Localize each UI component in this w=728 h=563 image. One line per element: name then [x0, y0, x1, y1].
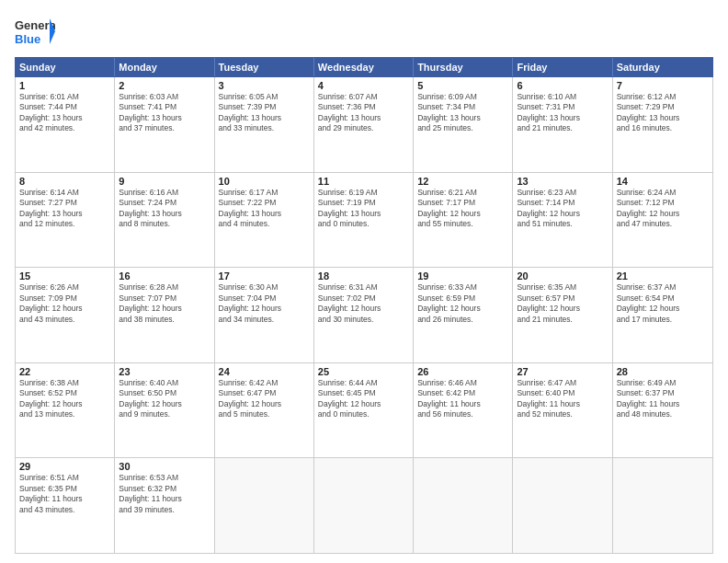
cell-info-line: Daylight: 13 hours	[417, 113, 508, 123]
cell-info-line: Sunrise: 6:38 AM	[19, 378, 110, 388]
cell-info-line: Sunrise: 6:26 AM	[19, 282, 110, 293]
day-number: 23	[119, 366, 210, 377]
cell-info-line: and 33 minutes.	[219, 123, 310, 133]
header-day-saturday: Saturday	[613, 58, 712, 76]
cell-info-line: and 17 minutes.	[617, 315, 709, 325]
cell-info-line: and 16 minutes.	[617, 123, 709, 133]
cal-cell-1-7: 7Sunrise: 6:12 AMSunset: 7:29 PMDaylight…	[613, 77, 712, 172]
cell-info-line: Sunset: 7:24 PM	[119, 198, 210, 208]
day-number: 4	[318, 80, 409, 91]
cal-cell-4-6: 27Sunrise: 6:47 AMSunset: 6:40 PMDayligh…	[513, 363, 612, 458]
cal-cell-4-2: 23Sunrise: 6:40 AMSunset: 6:50 PMDayligh…	[115, 363, 214, 458]
day-number: 1	[19, 80, 110, 91]
day-number: 30	[119, 461, 210, 472]
cell-info-line: and 26 minutes.	[417, 315, 508, 325]
cell-info-line: Daylight: 12 hours	[517, 304, 608, 314]
cell-info-line: and 55 minutes.	[417, 219, 508, 229]
cell-info-line: Sunrise: 6:28 AM	[119, 282, 210, 293]
cal-cell-3-4: 18Sunrise: 6:31 AMSunset: 7:02 PMDayligh…	[314, 268, 414, 362]
cal-cell-1-5: 5Sunrise: 6:09 AMSunset: 7:34 PMDaylight…	[414, 77, 513, 172]
logo-svg: General Blue	[15, 15, 55, 48]
cell-info-line: and 52 minutes.	[517, 409, 608, 419]
day-number: 18	[318, 270, 409, 282]
cell-info-line: Sunrise: 6:09 AM	[417, 92, 508, 102]
cell-info-line: Sunset: 6:57 PM	[517, 293, 608, 304]
calendar-body: 1Sunrise: 6:01 AMSunset: 7:44 PMDaylight…	[15, 77, 713, 554]
cal-cell-5-1: 29Sunrise: 6:51 AMSunset: 6:35 PMDayligh…	[16, 458, 115, 553]
cell-info-line: and 29 minutes.	[318, 123, 409, 133]
cal-cell-1-1: 1Sunrise: 6:01 AMSunset: 7:44 PMDaylight…	[16, 77, 115, 172]
cell-info-line: Daylight: 13 hours	[318, 209, 409, 219]
cell-info-line: and 56 minutes.	[417, 409, 508, 419]
cal-cell-2-1: 8Sunrise: 6:14 AMSunset: 7:27 PMDaylight…	[16, 173, 115, 268]
cell-info-line: Sunrise: 6:49 AM	[617, 378, 709, 388]
day-number: 8	[19, 176, 110, 187]
cell-info-line: Sunset: 6:59 PM	[417, 293, 508, 304]
cell-info-line: Sunset: 6:47 PM	[219, 388, 310, 398]
cell-info-line: and 21 minutes.	[517, 315, 608, 325]
cell-info-line: Sunrise: 6:17 AM	[219, 188, 310, 198]
cell-info-line: and 51 minutes.	[517, 219, 608, 229]
cell-info-line: and 12 minutes.	[19, 219, 110, 229]
cell-info-line: Sunrise: 6:53 AM	[119, 473, 210, 483]
cell-info-line: Sunrise: 6:10 AM	[517, 92, 608, 102]
day-number: 15	[19, 270, 110, 282]
header-day-monday: Monday	[115, 58, 214, 76]
cal-cell-2-5: 12Sunrise: 6:21 AMSunset: 7:17 PMDayligh…	[414, 173, 513, 268]
cell-info-line: and 42 minutes.	[19, 123, 110, 133]
cell-info-line: Daylight: 12 hours	[19, 304, 110, 314]
cell-info-line: Sunrise: 6:19 AM	[318, 188, 409, 198]
day-number: 21	[617, 270, 709, 282]
cell-info-line: Sunrise: 6:46 AM	[417, 378, 508, 388]
cell-info-line: Sunset: 6:32 PM	[119, 484, 210, 494]
cell-info-line: Daylight: 11 hours	[119, 494, 210, 504]
day-number: 5	[417, 80, 508, 91]
cell-info-line: Sunrise: 6:03 AM	[119, 92, 210, 102]
day-number: 16	[119, 270, 210, 282]
header-day-sunday: Sunday	[16, 58, 115, 76]
cell-info-line: Daylight: 12 hours	[517, 209, 608, 219]
cal-cell-3-7: 21Sunrise: 6:37 AMSunset: 6:54 PMDayligh…	[613, 268, 712, 362]
cell-info-line: Daylight: 11 hours	[417, 399, 508, 409]
cell-info-line: Sunrise: 6:01 AM	[19, 92, 110, 102]
cell-info-line: and 25 minutes.	[417, 123, 508, 133]
day-number: 20	[517, 270, 608, 282]
cell-info-line: Sunrise: 6:14 AM	[19, 188, 110, 198]
day-number: 17	[219, 270, 310, 282]
cell-info-line: Daylight: 11 hours	[19, 494, 110, 504]
cal-cell-5-5	[414, 458, 513, 553]
cal-cell-2-4: 11Sunrise: 6:19 AMSunset: 7:19 PMDayligh…	[314, 173, 414, 268]
calendar-header: SundayMondayTuesdayWednesdayThursdayFrid…	[15, 57, 713, 77]
cell-info-line: Sunset: 7:41 PM	[119, 102, 210, 112]
cell-info-line: Sunset: 7:44 PM	[19, 102, 110, 112]
cell-info-line: Sunrise: 6:16 AM	[119, 188, 210, 198]
day-number: 22	[19, 366, 110, 377]
cell-info-line: and 34 minutes.	[219, 315, 310, 325]
cell-info-line: Sunset: 7:34 PM	[417, 102, 508, 112]
cal-cell-2-3: 10Sunrise: 6:17 AMSunset: 7:22 PMDayligh…	[215, 173, 314, 268]
cell-info-line: and 0 minutes.	[318, 219, 409, 229]
cell-info-line: and 43 minutes.	[19, 505, 110, 515]
cal-cell-2-7: 14Sunrise: 6:24 AMSunset: 7:12 PMDayligh…	[613, 173, 712, 268]
cell-info-line: Daylight: 11 hours	[617, 399, 709, 409]
cell-info-line: Sunrise: 6:23 AM	[517, 188, 608, 198]
cell-info-line: Daylight: 13 hours	[119, 113, 210, 123]
cell-info-line: and 0 minutes.	[318, 409, 409, 419]
day-number: 12	[417, 176, 508, 187]
cell-info-line: and 9 minutes.	[119, 409, 210, 419]
cal-cell-4-7: 28Sunrise: 6:49 AMSunset: 6:37 PMDayligh…	[613, 363, 712, 458]
cell-info-line: Daylight: 13 hours	[119, 209, 210, 219]
cell-info-line: Sunrise: 6:42 AM	[219, 378, 310, 388]
cell-info-line: and 37 minutes.	[119, 123, 210, 133]
cell-info-line: Sunrise: 6:35 AM	[517, 282, 608, 293]
cal-cell-5-7	[613, 458, 712, 553]
cal-cell-4-3: 24Sunrise: 6:42 AMSunset: 6:47 PMDayligh…	[215, 363, 314, 458]
cell-info-line: Daylight: 13 hours	[219, 113, 310, 123]
day-number: 28	[617, 366, 709, 377]
cal-cell-2-2: 9Sunrise: 6:16 AMSunset: 7:24 PMDaylight…	[115, 173, 214, 268]
cell-info-line: and 4 minutes.	[219, 219, 310, 229]
calendar-row-3: 15Sunrise: 6:26 AMSunset: 7:09 PMDayligh…	[16, 268, 712, 363]
cell-info-line: Sunset: 7:39 PM	[219, 102, 310, 112]
cal-cell-5-3	[215, 458, 314, 553]
cal-cell-4-4: 25Sunrise: 6:44 AMSunset: 6:45 PMDayligh…	[314, 363, 414, 458]
